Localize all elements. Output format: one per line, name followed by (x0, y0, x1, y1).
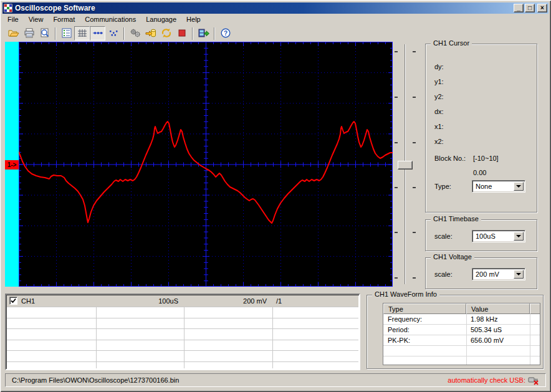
info-value: 505.34 uS (466, 326, 502, 333)
info-value: 1.98 kHz (466, 315, 497, 323)
block-no-value: 0.00 (473, 169, 486, 176)
slider-tick (413, 187, 416, 188)
help-button[interactable]: ? (218, 26, 233, 41)
printer-icon (24, 28, 35, 39)
window-title: Oscilloscope Software (15, 4, 512, 12)
channel-voltage: 200 mV (214, 297, 267, 305)
cursor-field-y1: y1: (434, 78, 444, 85)
dropdown-button[interactable] (514, 182, 524, 191)
dropdown-button[interactable] (514, 270, 524, 279)
slider-tick (413, 142, 416, 143)
channel-timebase: 100uS (125, 297, 178, 305)
vertical-position-slider (393, 42, 418, 287)
app-icon (4, 4, 12, 12)
export-data-button[interactable] (196, 26, 211, 41)
menu-item-format[interactable]: Format (48, 14, 80, 24)
channel-list-icon (61, 28, 72, 39)
gears-icon (130, 28, 141, 39)
svg-text:?: ? (223, 29, 227, 36)
info-empty-row (383, 356, 540, 365)
column-header-extra (530, 304, 540, 314)
info-type: PK-PK: (383, 337, 410, 344)
open-button[interactable] (6, 26, 21, 41)
channel-row[interactable]: CH1 100uS 200 mV /1 (7, 295, 358, 307)
slider-tick (395, 142, 398, 143)
line-display-mode-button[interactable] (90, 26, 105, 41)
grid-icon (77, 28, 88, 39)
dropdown-button[interactable] (514, 232, 524, 241)
panel-title: CH1 WaveForm Info (372, 290, 439, 298)
menu-item-lanugage[interactable]: Lanugage (141, 14, 181, 24)
info-value: 656.00 mV (466, 337, 504, 344)
title-bar: Oscilloscope Software _ □ × (2, 2, 549, 14)
stop-button[interactable] (174, 26, 189, 41)
menu-item-view[interactable]: View (24, 14, 49, 24)
cursor-field-x1: x1: (434, 123, 444, 130)
ch1-voltage-panel: CH1 Voltage scale: 200 mV (425, 257, 537, 289)
stop-square-icon (176, 28, 188, 39)
usb-disconnected-icon (528, 376, 539, 385)
channel-settings-button[interactable] (59, 26, 74, 41)
info-row: PK-PK:656.00 mV (383, 335, 540, 346)
slider-tick (413, 232, 416, 233)
open-folder-icon (8, 28, 19, 39)
print-button[interactable] (21, 26, 37, 41)
slider-tick (395, 187, 398, 188)
block-no-range: [-10~10] (473, 155, 499, 162)
settings-button[interactable] (127, 26, 143, 41)
cursor-field-dx: dx: (434, 108, 444, 115)
slider-tick (413, 51, 416, 52)
info-empty-row (383, 346, 540, 356)
toolbar-separator (55, 27, 56, 40)
channel-name: CH1 (21, 297, 35, 305)
slider-tick (395, 97, 398, 98)
menu-item-communications[interactable]: Communications (80, 14, 141, 24)
app-window: Oscilloscope Software _ □ × FileViewForm… (0, 0, 551, 392)
toolbar-separator (192, 27, 193, 40)
toggle-grid-button[interactable] (74, 26, 90, 41)
menu-item-file[interactable]: File (2, 14, 24, 24)
voltage-scale-label: scale: (434, 270, 453, 278)
check-icon (11, 299, 16, 303)
cursor-field-x2: x2: (434, 138, 444, 145)
type-label: Type: (434, 183, 451, 190)
channel-list: CH1 100uS 200 mV /1 (5, 294, 360, 370)
cursor-type-dropdown[interactable]: None (472, 180, 525, 193)
scope-display (19, 42, 393, 287)
auto-refresh-button[interactable] (158, 26, 174, 41)
maximize-button[interactable]: □ (525, 4, 535, 12)
dot-display-mode-button[interactable] (105, 26, 121, 41)
column-header-value: Value (466, 304, 530, 314)
cursor-field-y2: y2: (434, 93, 444, 100)
channel-position-marker[interactable]: 1-> (5, 160, 19, 170)
close-button[interactable]: × (537, 4, 547, 12)
info-row: Frequency:1.98 kHz (383, 314, 540, 325)
timebase-scale-dropdown[interactable]: 100uS (472, 230, 525, 242)
chevron-down-icon (516, 185, 521, 190)
status-bar: C:\Program Files\OWON\Oscilloscope\12737… (5, 373, 546, 387)
ch1-cursor-panel: CH1 Cursor dy:y1:y2:dx:x1:x2: Block No.:… (425, 44, 537, 213)
waveform-info-table: Type Value Frequency:1.98 kHzPeriod:505.… (383, 303, 540, 365)
slider-tick (395, 232, 398, 233)
voltage-scale-dropdown[interactable]: 200 mV (472, 268, 525, 280)
magnifier-page-icon (39, 28, 50, 39)
column-header-type: Type (383, 304, 466, 314)
import-cylinder-icon (145, 28, 156, 39)
slider-tick (395, 277, 398, 279)
menu-item-help[interactable]: Help (181, 14, 206, 24)
import-data-button[interactable] (143, 26, 158, 41)
chevron-down-icon (516, 273, 521, 278)
export-film-icon (198, 28, 209, 39)
toolbar-separator (123, 27, 125, 40)
slider-thumb[interactable] (398, 161, 413, 170)
cursor-field-dy: dy: (434, 63, 444, 70)
refresh-arrows-icon (161, 28, 172, 39)
dashed-line-icon (92, 28, 103, 39)
ch1-timebase-panel: CH1 Timebase scale: 100uS (425, 219, 537, 251)
print-preview-button[interactable] (37, 26, 52, 41)
slider-tick (413, 277, 416, 279)
timebase-scale-label: scale: (434, 232, 453, 240)
minimize-button[interactable]: _ (514, 4, 524, 12)
channel-checkbox[interactable] (9, 297, 17, 305)
info-type: Frequency: (383, 315, 422, 323)
